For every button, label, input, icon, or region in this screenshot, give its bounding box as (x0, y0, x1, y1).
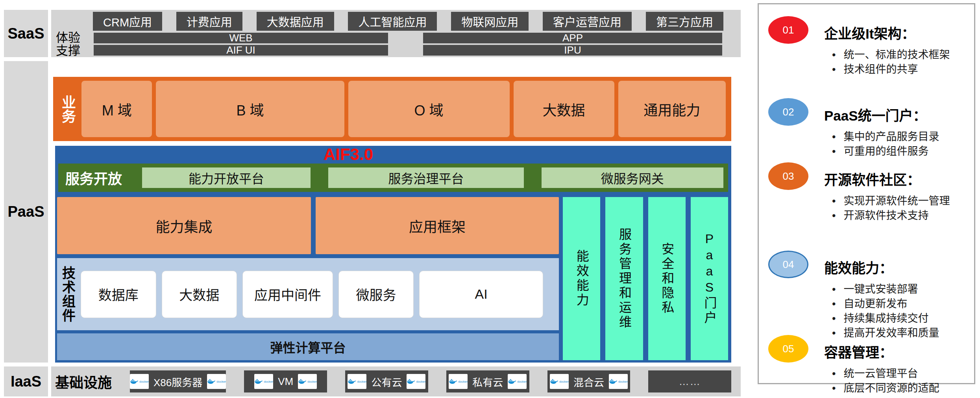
layer-label-saas: SaaS (4, 10, 48, 57)
bullet: 持续集成持续交付 (832, 311, 939, 326)
domain-b: B 域 (156, 81, 344, 137)
resource-label: 公有云 (371, 374, 402, 389)
saas-app-bigdata: 大数据应用 (257, 12, 334, 31)
docker-icon: docker (449, 374, 468, 389)
service-governance-platform: 服务治理平台 (328, 167, 524, 188)
resource-x86-server: docker X86服务器 docker (130, 370, 226, 392)
item-title: 开源软件社区： (824, 169, 921, 189)
microservice-gateway: 微服务网关 (542, 167, 723, 188)
resource-public-cloud: docker 公有云 docker (345, 370, 428, 392)
web-channel-group: WEB AIF UI (94, 33, 388, 57)
experience-support-line2: 支撑 (56, 44, 80, 57)
saas-app-ai: 人工智能应用 (348, 12, 437, 31)
saas-app-billing: 计费应用 (176, 12, 242, 31)
layer-label-paas: PaaS (4, 61, 48, 363)
resource-label: X86服务器 (153, 374, 202, 389)
pillar-service-mgmt-ops: 服务管理和运维 (605, 197, 643, 360)
service-open-bar: 服务开放 能力开放平台 服务治理平台 微服务网关 (58, 164, 728, 192)
bullet: 一键式安装部署 (832, 282, 939, 297)
resource-label: 混合云 (573, 374, 604, 389)
item-number-badge: 05 (768, 335, 808, 363)
experience-support-label: 体验 支撑 (56, 31, 80, 57)
item-bullets: 统一云管理平台 底层不同资源的适配 (832, 366, 939, 396)
item-number-badge: 02 (768, 98, 808, 126)
resource-hybrid-cloud: docker 混合云 docker (547, 370, 631, 392)
paas-pillars: 能效能力 服务管理和运维 安全和隐私 PaaS门户 (563, 197, 728, 360)
bullet: 实现开源软件统一管理 (832, 194, 950, 208)
domain-general: 通用能力 (618, 81, 726, 137)
channel-app: APP (423, 33, 722, 43)
item-title: PaaS统一门户： (824, 104, 927, 125)
item-number-badge: 03 (768, 162, 808, 190)
item-title: 企业级It架构： (824, 22, 915, 43)
docker-icon: docker (550, 374, 569, 389)
capability-open-platform: 能力开放平台 (142, 167, 311, 188)
item-title: 能效能力： (824, 257, 893, 277)
item-bullets: 集中的产品服务目录 可重用的组件服务 (832, 130, 939, 159)
domain-m: M 域 (81, 81, 152, 137)
pillar-efficiency: 能效能力 (563, 197, 600, 360)
bullet: 提高开发效率和质量 (832, 326, 939, 340)
bullet: 底层不同资源的适配 (832, 381, 939, 396)
item-number-badge: 01 (768, 16, 808, 44)
docker-icon: docker (130, 374, 149, 389)
docker-icon: docker (508, 374, 527, 389)
aif-version-title: AIF3.0 (55, 146, 642, 163)
tech-components-section: 技术组件 数据库 大数据 应用中间件 微服务 AI (57, 258, 559, 330)
tech-middleware: 应用中间件 (242, 271, 333, 318)
architecture-diagram: SaaS PaaS IaaS CRM应用 计费应用 大数据应用 人工智能应用 物… (0, 0, 980, 398)
saas-app-thirdparty: 第三方应用 (646, 12, 723, 31)
resource-label: 私有云 (472, 374, 503, 389)
business-label: 业务 (57, 81, 78, 137)
resource-label: …… (679, 376, 701, 388)
item-bullets: 实现开源软件统一管理 开源软件技术支持 (832, 194, 950, 223)
docker-icon: docker (207, 374, 226, 389)
business-layer: 业务 M 域 B 域 O 域 大数据 通用能力 (53, 77, 731, 141)
channel-aif-ui: AIF UI (94, 45, 388, 56)
pillar-security-privacy: 安全和隐私 (648, 197, 686, 360)
channel-web: WEB (94, 33, 388, 43)
docker-icon: docker (407, 374, 425, 389)
saas-app-customer-ops: 客户运营应用 (543, 12, 632, 31)
docker-icon: docker (298, 374, 317, 389)
elastic-computing-platform: 弹性计算平台 (57, 333, 559, 360)
resource-label: VM (278, 376, 293, 388)
domain-bigdata: 大数据 (514, 81, 614, 137)
application-framework-box: 应用框架 (316, 197, 559, 254)
layer-label-iaas: IaaS (4, 366, 48, 396)
docker-icon: docker (254, 374, 273, 389)
service-open-label: 服务开放 (65, 167, 122, 188)
tech-database: 数据库 (81, 271, 156, 318)
item-title: 容器管理： (824, 341, 893, 361)
tech-ai: AI (419, 271, 543, 318)
bullet: 集中的产品服务目录 (832, 130, 939, 144)
saas-app-iot: 物联网应用 (451, 12, 529, 31)
paas-layer: AIF3.0 服务开放 能力开放平台 服务治理平台 微服务网关 能力集成 应用框… (55, 146, 731, 363)
bullet: 自动更新发布 (832, 297, 939, 311)
pillar-paas-portal: PaaS门户 (691, 197, 728, 360)
infrastructure-label: 基础设施 (55, 371, 112, 392)
bullet: 统一云管理平台 (832, 366, 939, 381)
docker-icon: docker (348, 374, 366, 389)
saas-layer: CRM应用 计费应用 大数据应用 人工智能应用 物联网应用 客户运营应用 第三方… (51, 10, 741, 57)
channel-ipu: IPU (423, 45, 722, 56)
item-bullets: 统一、标准的技术框架 技术组件的共享 (832, 48, 950, 77)
capability-integration-box: 能力集成 (57, 197, 311, 254)
resource-private-cloud: docker 私有云 docker (446, 370, 529, 392)
tech-microservice: 微服务 (338, 271, 414, 318)
saas-apps-row: CRM应用 计费应用 大数据应用 人工智能应用 物联网应用 客户运营应用 第三方… (93, 12, 723, 31)
iaas-layer: 基础设施 docker X86服务器 docker docker VM dock… (51, 366, 741, 396)
resource-vm: docker VM docker (244, 370, 327, 392)
tech-components-label: 技术组件 (57, 258, 79, 330)
saas-app-crm: CRM应用 (93, 12, 162, 31)
tech-components-row: 数据库 大数据 应用中间件 微服务 AI (79, 258, 559, 330)
bullet: 可重用的组件服务 (832, 144, 939, 159)
item-bullets: 一键式安装部署 自动更新发布 持续集成持续交付 提高开发效率和质量 (832, 282, 939, 340)
domain-o: O 域 (348, 81, 510, 137)
highlights-panel: 01 企业级It架构： 统一、标准的技术框架 技术组件的共享 02 PaaS统一… (758, 3, 975, 384)
item-number-badge: 04 (768, 251, 808, 278)
docker-icon: docker (609, 374, 628, 389)
bullet: 统一、标准的技术框架 (832, 48, 950, 62)
experience-support-line1: 体验 (56, 31, 80, 44)
tech-bigdata: 大数据 (162, 271, 237, 318)
